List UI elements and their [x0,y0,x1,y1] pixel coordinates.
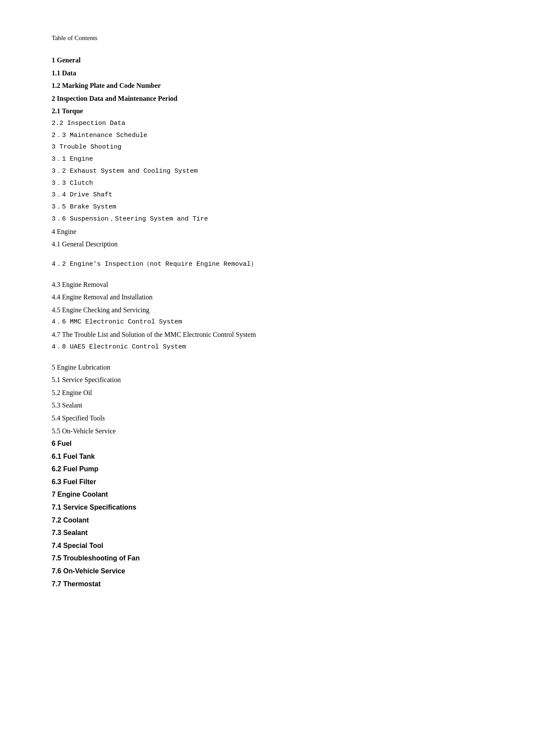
toc-title: Table of Contents [52,34,482,42]
toc-item: 4.4 Engine Removal and Installation [52,291,482,304]
toc-item: 3 Trouble Shooting [52,141,482,153]
toc-item: 7.5 Troubleshooting of Fan [52,552,482,565]
toc-item: 1.2 Marking Plate and Code Number [52,79,482,92]
toc-item: 2 Inspection Data and Maintenance Period [52,92,482,105]
toc-item: 4.1 General Description [52,238,482,251]
toc-item: 5.2 Engine Oil [52,386,482,399]
toc-item: 7.4 Special Tool [52,539,482,552]
toc-spacer [52,251,482,258]
toc-item: 6.1 Fuel Tank [52,450,482,463]
toc-item: 4．2 Engine's Inspection（not Require Engi… [52,258,482,271]
toc-item: 3．5 Brake System [52,201,482,213]
toc-item: 7 Engine Coolant [52,488,482,501]
toc-item: 7.6 On-Vehicle Service [52,565,482,578]
toc-item: 1.1 Data [52,67,482,80]
toc-item: 1 General [52,54,482,67]
toc-item: 3．3 Clutch [52,177,482,190]
toc-item: 3．1 Engine [52,153,482,165]
toc-item: 7.3 Sealant [52,526,482,539]
toc-list: 1 General1.1 Data1.2 Marking Plate and C… [52,54,482,590]
toc-item: 4．6 MMC Electronic Control System [52,316,482,328]
toc-spacer [52,271,482,278]
toc-item: 5.5 On-Vehicle Service [52,425,482,438]
toc-item: 5.3 Sealant [52,399,482,412]
toc-item: 3．2 Exhaust System and Cooling System [52,165,482,177]
toc-item: 2.1 Torque [52,105,482,118]
toc-item: 7.7 Thermostat [52,578,482,591]
toc-item: 5.1 Service Specification [52,373,482,386]
toc-item: 2.2 Inspection Data [52,118,482,130]
toc-item: 4.7 The Trouble List and Solution of the… [52,328,482,341]
toc-item: 6.3 Fuel Filter [52,476,482,488]
toc-item: 4.3 Engine Removal [52,278,482,291]
toc-item: 4 Engine [52,225,482,238]
toc-item: 4.5 Engine Checking and Servicing [52,304,482,317]
toc-spacer [52,353,482,361]
toc-item: 3．6 Suspension，Steering System and Tire [52,213,482,225]
toc-item: 7.2 Coolant [52,514,482,527]
toc-item: 5 Engine Lubrication [52,361,482,374]
toc-item: 6.2 Fuel Pump [52,463,482,476]
toc-item: 3．4 Drive Shaft [52,189,482,201]
toc-item: 4．8 UAES Electronic Control System [52,341,482,353]
toc-item: 6 Fuel [52,437,482,450]
toc-item: 7.1 Service Specifications [52,501,482,514]
toc-item: 2．3 Maintenance Schedule [52,130,482,142]
toc-item: 5.4 Specified Tools [52,412,482,425]
